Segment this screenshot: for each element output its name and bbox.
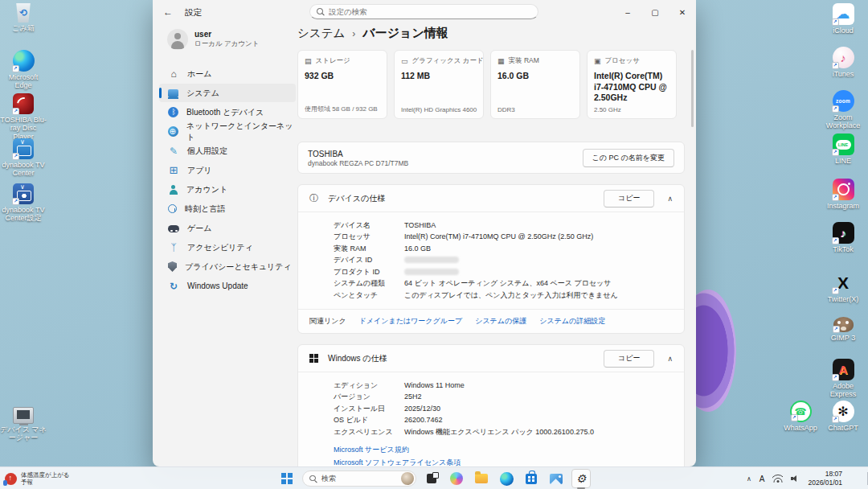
- sidebar-item-home[interactable]: ホーム: [159, 64, 296, 83]
- spec-card-2[interactable]: ▦実装 RAM16.0 GBDDR3: [490, 50, 580, 119]
- shortcut-arrow-icon: ↗: [832, 287, 839, 294]
- windows-spec-link[interactable]: Microsoft ソフトウェアライセンス条項: [334, 458, 684, 466]
- taskbar-store-button[interactable]: [522, 469, 541, 488]
- cpu-icon: ▣: [594, 57, 601, 65]
- sidebar-item-apps[interactable]: アプリ: [159, 161, 296, 179]
- sidebar-item-system[interactable]: システム: [159, 84, 296, 102]
- maximize-button[interactable]: ▢: [641, 0, 669, 24]
- windows-spec-header[interactable]: Windows の仕様 コピー ∧: [298, 345, 684, 372]
- sidebar-item-label: アクセシビリティ: [187, 242, 253, 253]
- accessibility-icon: [168, 242, 179, 253]
- chevron-up-icon[interactable]: ∧: [667, 355, 673, 363]
- desktop-icon-label: ごみ箱: [12, 24, 34, 32]
- sidebar-item-accounts[interactable]: アカウント: [159, 180, 296, 199]
- taskbar-copilot-button[interactable]: [447, 469, 466, 488]
- desktop-icon-zoom-workplace[interactable]: ↗Zoom Workplace: [820, 90, 866, 130]
- desktop-icon-label: デバイス マネージャー: [0, 425, 47, 442]
- device-spec-copy-button[interactable]: コピー: [604, 190, 654, 208]
- sidebar-item-privacy-security[interactable]: プライバシーとセキュリティ: [159, 257, 296, 276]
- desktop-icon-icloud[interactable]: ↗iCloud: [820, 3, 866, 35]
- device-manager-icon: [13, 407, 34, 424]
- spec-row: エディションWindows 11 Home: [334, 380, 684, 391]
- sidebar-item-time-language[interactable]: 時刻と言語: [159, 199, 296, 218]
- sidebar-item-label: ネットワークとインターネット: [186, 121, 296, 143]
- taskbar-edge-button[interactable]: [497, 469, 516, 488]
- desktop-icon-instagram[interactable]: ↗Instagram: [820, 179, 866, 210]
- windows-spec-links: Microsoft サービス規約Microsoft ソフトウェアライセンス条項: [298, 441, 684, 466]
- card-title: プロセッサ: [605, 56, 641, 66]
- line-icon: ↗: [833, 134, 854, 155]
- desktop-icon-chatgpt[interactable]: ↗ChatGPT: [820, 401, 866, 432]
- wifi-icon[interactable]: [772, 475, 783, 483]
- sidebar-item-gaming[interactable]: ゲーム: [159, 219, 296, 237]
- spec-card-0[interactable]: ▤ストレージ932 GB使用領域 58 GB / 932 GB: [297, 50, 387, 119]
- sidebar-item-network-internet[interactable]: ネットワークとインターネット: [159, 122, 296, 141]
- scrollbar[interactable]: [691, 50, 694, 127]
- related-link[interactable]: ドメインまたはワークグループ: [359, 316, 463, 327]
- photos-icon: [550, 474, 563, 484]
- spec-row: デバイス名TOSHIBA: [334, 220, 684, 231]
- desktop-icon-twitter-x[interactable]: ↗Twitter(X): [820, 272, 866, 303]
- taskbar-settings-button[interactable]: [571, 469, 591, 488]
- privacy-security-icon: [168, 261, 177, 272]
- sidebar-item-windows-update[interactable]: Windows Update: [159, 277, 296, 295]
- weather-line2: 予報: [21, 479, 33, 486]
- minimize-button[interactable]: –: [614, 0, 641, 24]
- desktop-icon-recycle-bin[interactable]: ごみ箱: [0, 3, 47, 32]
- start-icon: [281, 473, 293, 484]
- device-spec-header[interactable]: ⓘ デバイスの仕様 コピー ∧: [298, 185, 684, 212]
- taskbar-start-button[interactable]: [277, 469, 297, 488]
- sidebar-item-accessibility[interactable]: アクセシビリティ: [159, 238, 296, 257]
- card-head: ▣プロセッサ: [594, 56, 669, 66]
- ime-indicator[interactable]: A: [760, 475, 765, 483]
- desktop-icon-dynabook-tv-center-settings[interactable]: ↗dynabook TV Center設定: [0, 183, 47, 223]
- search-icon: [317, 8, 324, 15]
- windows-logo-icon: [309, 354, 318, 363]
- desktop-icon-tiktok[interactable]: ↗TikTok: [820, 222, 866, 253]
- desktop-icon-label: Instagram: [827, 202, 859, 210]
- clock[interactable]: 18:07 2026/01/01: [808, 470, 842, 487]
- spec-value: Intel(R) Core(TM) i7-4710MQ CPU @ 2.50GH…: [396, 232, 593, 242]
- taskbar-task-view-button[interactable]: [422, 469, 441, 488]
- rename-pc-button[interactable]: この PC の名前を変更: [583, 149, 674, 167]
- back-button[interactable]: ←: [158, 3, 178, 21]
- close-button[interactable]: ✕: [669, 0, 696, 24]
- desktop-icon-adobe-express[interactable]: ↗Adobe Express: [820, 359, 866, 399]
- speaker-icon[interactable]: [791, 475, 800, 483]
- accounts-icon: [168, 184, 178, 195]
- desktop-icon-itunes[interactable]: ↗iTunes: [820, 47, 866, 78]
- user-block[interactable]: user ローカル アカウント: [167, 29, 259, 50]
- desktop-icon-dynabook-tv-center[interactable]: ↗dynabook TV Center: [0, 138, 47, 178]
- adobe-express-icon: ↗: [833, 359, 854, 380]
- settings-icon: [576, 472, 587, 485]
- desktop-icon-whatsapp[interactable]: ↗WhatsApp: [777, 401, 824, 432]
- desktop-icon-line[interactable]: ↗LINE: [820, 134, 866, 165]
- breadcrumb-parent[interactable]: システム: [297, 26, 345, 41]
- desktop-icon-microsoft-edge[interactable]: ↗Microsoft Edge: [0, 50, 47, 90]
- shortcut-arrow-icon: ↗: [832, 18, 839, 26]
- taskbar-weather-widget[interactable]: 体感温度が上がる 予報: [5, 469, 70, 488]
- taskbar-file-explorer-button[interactable]: [472, 469, 491, 488]
- taskbar-search[interactable]: 検索: [302, 471, 416, 487]
- settings-search[interactable]: [309, 4, 538, 19]
- search-icon: [309, 475, 317, 483]
- windows-spec-link[interactable]: Microsoft サービス規約: [334, 445, 684, 455]
- settings-search-input[interactable]: [329, 7, 531, 16]
- windows-spec-title: Windows の仕様: [328, 353, 594, 364]
- tray-chevron-icon[interactable]: ∧: [747, 475, 751, 483]
- card-title: 実装 RAM: [509, 56, 539, 66]
- related-link[interactable]: システムの保護: [475, 316, 526, 327]
- desktop-icon-label: TikTok: [833, 245, 854, 253]
- device-model: dynabook REGZA PC D71/T7MB: [308, 159, 583, 167]
- spec-card-3[interactable]: ▣プロセッサIntel(R) Core(TM) i7-4710MQ CPU @ …: [587, 50, 677, 119]
- chevron-up-icon[interactable]: ∧: [667, 195, 673, 203]
- desktop-icon-gimp[interactable]: ↗GIMP 3: [820, 317, 866, 342]
- related-link[interactable]: システムの詳細設定: [539, 316, 605, 327]
- desktop-icon-toshiba-bluray-player[interactable]: ↗TOSHIBA Blu-ray Disc Player: [0, 93, 47, 141]
- spec-card-1[interactable]: ▭グラフィックス カード112 MBIntel(R) HD Graphics 4…: [394, 50, 484, 119]
- sidebar-item-personalization[interactable]: 個人用設定: [159, 142, 296, 160]
- windows-spec-copy-button[interactable]: コピー: [604, 350, 654, 368]
- desktop-icon-device-manager[interactable]: デバイス マネージャー: [0, 407, 47, 442]
- taskbar-photos-button[interactable]: [547, 469, 566, 488]
- sidebar-item-bluetooth-devices[interactable]: Bluetooth とデバイス: [159, 103, 296, 121]
